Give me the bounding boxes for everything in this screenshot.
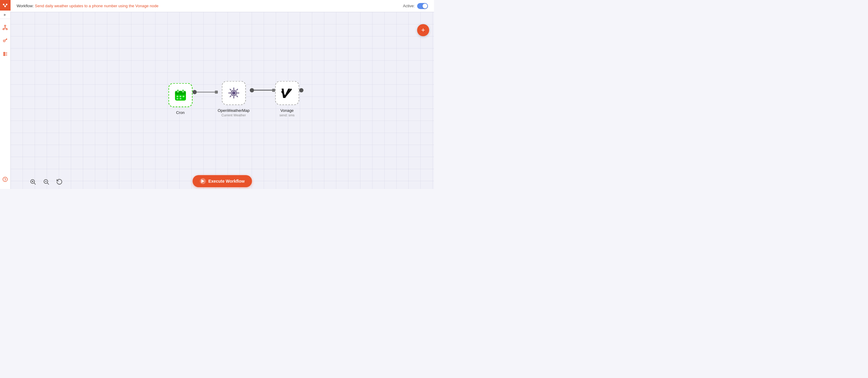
- svg-marker-56: [201, 179, 204, 183]
- vonage-icon: V: [279, 86, 294, 99]
- svg-line-43: [236, 96, 238, 97]
- svg-point-17: [4, 55, 5, 56]
- active-toggle[interactable]: [417, 3, 428, 9]
- connector-vonage-out: [299, 88, 303, 92]
- svg-line-10: [5, 28, 7, 29]
- line-1: [196, 92, 215, 93]
- n8n-logo-icon: [2, 2, 8, 8]
- weather-input-connector: [215, 91, 218, 94]
- svg-rect-7: [6, 29, 7, 30]
- main-area: Workflow: Send daily weather updates to …: [10, 0, 434, 189]
- svg-point-18: [3, 177, 7, 182]
- workflow-name: Send daily weather updates to a phone nu…: [35, 4, 158, 8]
- svg-line-42: [230, 89, 231, 90]
- sidebar-logo[interactable]: [0, 0, 10, 10]
- vonage-input-connector: [272, 89, 275, 92]
- sidebar-item-credentials[interactable]: [1, 37, 9, 44]
- svg-point-11: [3, 40, 5, 42]
- svg-rect-31: [182, 89, 184, 92]
- sidebar-item-help[interactable]: [1, 178, 9, 185]
- vonage-sublabel: send: sms: [279, 113, 294, 117]
- toggle-knob: [423, 4, 427, 8]
- svg-point-16: [4, 54, 5, 55]
- vonage-node-box[interactable]: V: [275, 81, 299, 105]
- node-cron: Cron: [168, 83, 192, 115]
- bottom-bar: Execute Workflow: [10, 173, 434, 189]
- svg-rect-34: [182, 96, 184, 97]
- cron-label: Cron: [176, 110, 184, 115]
- zoom-controls: [29, 178, 64, 186]
- sidebar-item-network[interactable]: [1, 24, 9, 31]
- line-2: [254, 90, 272, 91]
- weather-icon: [227, 86, 240, 99]
- cron-icon: [174, 88, 187, 102]
- svg-rect-29: [175, 93, 185, 94]
- vonage-output-dot: [299, 88, 303, 92]
- workflow-prefix: Workflow:: [17, 4, 34, 8]
- svg-rect-35: [176, 98, 178, 99]
- weather-sublabel: Current Weather: [221, 113, 246, 117]
- svg-rect-33: [179, 96, 181, 97]
- cron-node-box[interactable]: [168, 83, 192, 107]
- zoom-out-button[interactable]: [42, 178, 50, 186]
- node-openweathermap: OpenWeatherMap Current Weather: [218, 81, 250, 117]
- svg-point-15: [4, 52, 5, 53]
- reset-zoom-button[interactable]: [55, 178, 64, 186]
- svg-line-44: [236, 89, 238, 90]
- svg-line-50: [34, 183, 36, 185]
- svg-point-19: [5, 180, 5, 181]
- weather-label: OpenWeatherMap: [218, 108, 250, 113]
- svg-line-4: [5, 4, 7, 6]
- header-controls: Active:: [403, 3, 428, 9]
- sidebar-item-executions[interactable]: [1, 50, 9, 58]
- execute-play-icon: [200, 178, 206, 184]
- connector-cron-out: [192, 90, 218, 94]
- svg-line-3: [4, 4, 5, 6]
- header-title: Workflow: Send daily weather updates to …: [17, 4, 158, 8]
- svg-line-9: [4, 28, 5, 29]
- sidebar-nav: [1, 19, 9, 189]
- svg-rect-5: [4, 25, 6, 27]
- weather-node-box[interactable]: [221, 81, 246, 105]
- svg-point-46: [232, 91, 236, 95]
- weather-output-dot: [250, 88, 254, 92]
- header: Workflow: Send daily weather updates to …: [10, 0, 434, 12]
- svg-rect-30: [177, 89, 179, 92]
- connector-weather-out: [250, 88, 275, 92]
- add-node-button[interactable]: +: [417, 24, 429, 36]
- svg-rect-36: [179, 98, 181, 99]
- svg-line-54: [47, 183, 49, 185]
- node-vonage: V Vonage send: sms: [275, 81, 299, 117]
- execute-workflow-button[interactable]: Execute Workflow: [193, 175, 252, 187]
- zoom-in-button[interactable]: [29, 178, 37, 186]
- svg-rect-32: [176, 96, 178, 97]
- sidebar: ▶: [0, 0, 10, 189]
- vonage-label: Vonage: [280, 108, 293, 113]
- cron-output-dot: [192, 90, 196, 94]
- workflow-canvas: +: [10, 12, 434, 189]
- workflow-nodes: Cron: [168, 81, 303, 117]
- svg-line-45: [230, 96, 231, 97]
- sidebar-expand-button[interactable]: ▶: [0, 10, 10, 19]
- execute-label: Execute Workflow: [208, 179, 244, 184]
- active-label: Active:: [403, 4, 415, 8]
- svg-rect-6: [3, 29, 4, 30]
